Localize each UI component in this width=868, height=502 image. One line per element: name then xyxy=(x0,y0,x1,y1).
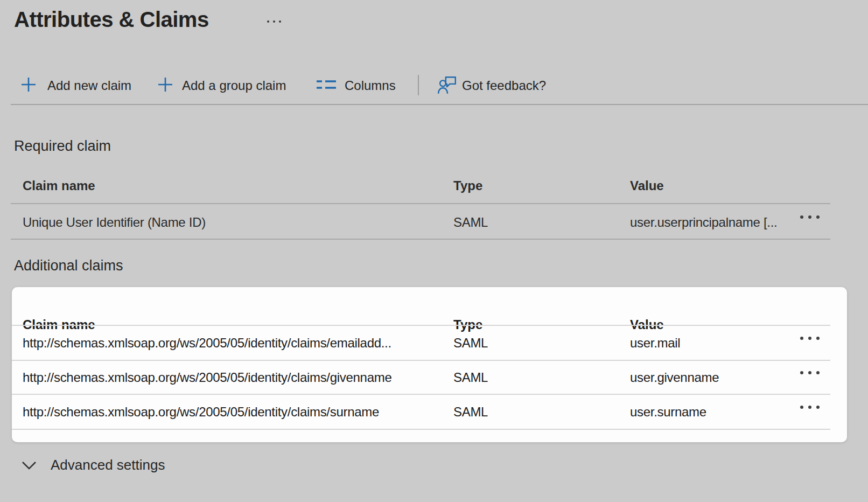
additional-claims-card: Claim name Type Value http://schemas.xml… xyxy=(12,287,847,442)
cell-claim-name: Unique User Identifier (Name ID) xyxy=(23,215,432,230)
cell-type: SAML xyxy=(453,336,488,351)
ellipsis-icon xyxy=(800,371,803,374)
feedback-person-icon[interactable] xyxy=(437,75,458,97)
toolbar-underline xyxy=(11,104,868,105)
required-claim-heading: Required claim xyxy=(14,138,111,155)
plus-icon[interactable] xyxy=(20,76,37,95)
row-more-button[interactable] xyxy=(799,368,821,378)
cell-value: user.surname xyxy=(630,405,706,420)
add-group-claim-button[interactable]: Add a group claim xyxy=(182,78,286,93)
columns-icon[interactable] xyxy=(316,79,337,94)
advanced-settings-toggle[interactable]: Advanced settings xyxy=(22,457,165,473)
add-new-claim-button[interactable]: Add new claim xyxy=(47,78,131,93)
toolbar-divider xyxy=(418,75,419,95)
row-more-button[interactable] xyxy=(799,212,821,222)
table-row[interactable]: http://schemas.xmlsoap.org/ws/2005/05/id… xyxy=(12,361,847,393)
chevron-down-icon xyxy=(22,461,37,470)
columns-button[interactable]: Columns xyxy=(345,78,396,93)
more-options-icon xyxy=(267,20,269,23)
row-more-button[interactable] xyxy=(799,402,821,412)
cell-type: SAML xyxy=(453,405,488,420)
cell-value: user.userprincipalname [... xyxy=(630,215,797,230)
title-more-button[interactable] xyxy=(265,18,283,25)
ellipsis-icon xyxy=(800,215,803,219)
advanced-settings-label: Advanced settings xyxy=(51,457,165,473)
got-feedback-button[interactable]: Got feedback? xyxy=(462,78,546,93)
ellipsis-icon xyxy=(800,406,803,409)
column-header-claim-name: Claim name xyxy=(23,178,95,193)
column-header-type: Type xyxy=(453,178,482,193)
row-divider xyxy=(12,429,830,430)
column-header-value: Value xyxy=(630,178,664,193)
cell-claim-name: http://schemas.xmlsoap.org/ws/2005/05/id… xyxy=(23,405,445,420)
attributes-claims-page: Attributes & Claims Add new claim Add a … xyxy=(0,0,868,502)
cell-value: user.givenname xyxy=(630,370,719,385)
cell-value: user.mail xyxy=(630,336,680,351)
row-divider xyxy=(11,239,830,240)
cell-claim-name: http://schemas.xmlsoap.org/ws/2005/05/id… xyxy=(23,336,445,351)
row-more-button[interactable] xyxy=(799,333,821,343)
cell-type: SAML xyxy=(453,215,488,230)
table-row[interactable]: http://schemas.xmlsoap.org/ws/2005/05/id… xyxy=(12,395,847,428)
additional-claims-heading: Additional claims xyxy=(14,257,123,274)
table-row[interactable]: Unique User Identifier (Name ID) SAML us… xyxy=(11,204,847,239)
cell-type: SAML xyxy=(453,370,488,385)
ellipsis-icon xyxy=(800,337,803,340)
plus-icon[interactable] xyxy=(157,76,173,95)
table-row[interactable]: http://schemas.xmlsoap.org/ws/2005/05/id… xyxy=(12,326,847,359)
cell-claim-name: http://schemas.xmlsoap.org/ws/2005/05/id… xyxy=(23,370,445,385)
page-title: Attributes & Claims xyxy=(14,8,209,32)
